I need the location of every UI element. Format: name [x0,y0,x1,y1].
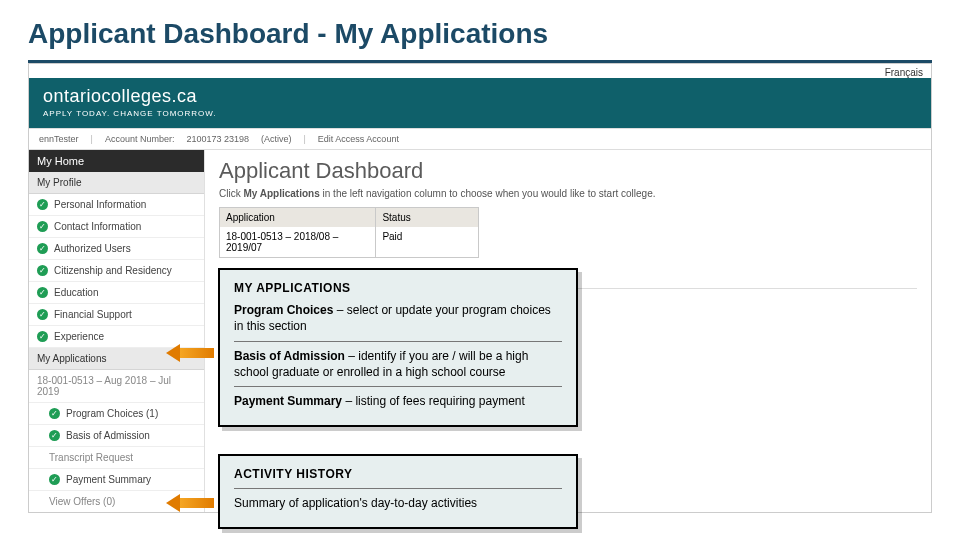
table-cell-status: Paid [376,227,478,257]
lang-link[interactable]: Français [29,64,931,78]
sidebar-item-financial[interactable]: ✓Financial Support [29,304,204,326]
sidebar-sub-payment[interactable]: ✓Payment Summary [29,469,204,491]
sidebar-item-label: Program Choices (1) [66,408,158,419]
sidebar-item-label: Citizenship and Residency [54,265,172,276]
callout-title: MY APPLICATIONS [234,280,562,296]
dashboard-help: Click My Applications in the left naviga… [219,188,917,199]
account-number-label: Account Number: [105,134,175,144]
sidebar-home[interactable]: My Home [29,150,204,172]
sidebar-sub-program[interactable]: ✓Program Choices (1) [29,403,204,425]
account-user: ennTester [39,134,79,144]
sidebar-item-personal[interactable]: ✓Personal Information [29,194,204,216]
check-icon: ✓ [49,408,60,419]
table-row[interactable]: 18-001-0513 – 2018/08 – 2019/07 Paid [220,227,478,257]
sidebar-item-label: Payment Summary [66,474,151,485]
sidebar-item-label: Basis of Admission [66,430,150,441]
table-cell-app: 18-001-0513 – 2018/08 – 2019/07 [220,227,376,257]
callout-title: ACTIVITY HISTORY [234,466,562,482]
check-icon: ✓ [37,287,48,298]
check-icon: ✓ [37,331,48,342]
check-icon: ✓ [37,309,48,320]
check-icon: ✓ [37,243,48,254]
sidebar-item-label: Experience [54,331,104,342]
check-icon: ✓ [49,430,60,441]
sidebar-sub-transcript[interactable]: Transcript Request [29,447,204,469]
applications-table: Application Status 18-001-0513 – 2018/08… [219,207,479,258]
sidebar-app-entry[interactable]: 18-001-0513 – Aug 2018 – Jul 2019 [29,370,204,403]
sidebar-item-contact[interactable]: ✓Contact Information [29,216,204,238]
check-icon: ✓ [37,265,48,276]
sidebar-sub-basis[interactable]: ✓Basis of Admission [29,425,204,447]
sidebar-item-label: Education [54,287,98,298]
account-number: 2100173 23198 [186,134,249,144]
check-icon: ✓ [37,221,48,232]
edit-account-link[interactable]: Edit Access Account [318,134,399,144]
arrow-icon [166,344,214,362]
dashboard-title: Applicant Dashboard [219,158,917,184]
sidebar-item-label: Financial Support [54,309,132,320]
account-status: (Active) [261,134,292,144]
sidebar-profile[interactable]: My Profile [29,172,204,194]
sidebar-item-label: Contact Information [54,221,141,232]
sidebar-item-label: Personal Information [54,199,146,210]
check-icon: ✓ [37,199,48,210]
callout-activity-history: ACTIVITY HISTORY Summary of application'… [218,454,578,529]
sidebar-item-label: Authorized Users [54,243,131,254]
sidebar-item-education[interactable]: ✓Education [29,282,204,304]
brand-tagline: APPLY TODAY. CHANGE TOMORROW. [43,109,917,118]
account-bar: ennTester | Account Number: 2100173 2319… [29,128,931,150]
slide-title: Applicant Dashboard - My Applications [0,0,960,56]
sidebar-item-authorized[interactable]: ✓Authorized Users [29,238,204,260]
check-icon: ✓ [49,474,60,485]
brand-name: ontariocolleges.ca [43,86,917,107]
sidebar-item-citizenship[interactable]: ✓Citizenship and Residency [29,260,204,282]
sidebar-item-label: View Offers (0) [49,496,115,507]
table-header-application: Application [220,208,376,227]
table-header-status: Status [376,208,478,227]
callout-my-applications: MY APPLICATIONS Program Choices – select… [218,268,578,427]
brand-banner: ontariocolleges.ca APPLY TODAY. CHANGE T… [29,78,931,128]
sidebar-item-label: 18-001-0513 – Aug 2018 – Jul 2019 [37,375,196,397]
sidebar: My Home My Profile ✓Personal Information… [29,150,205,513]
arrow-icon [166,494,214,512]
sidebar-item-label: Transcript Request [49,452,133,463]
